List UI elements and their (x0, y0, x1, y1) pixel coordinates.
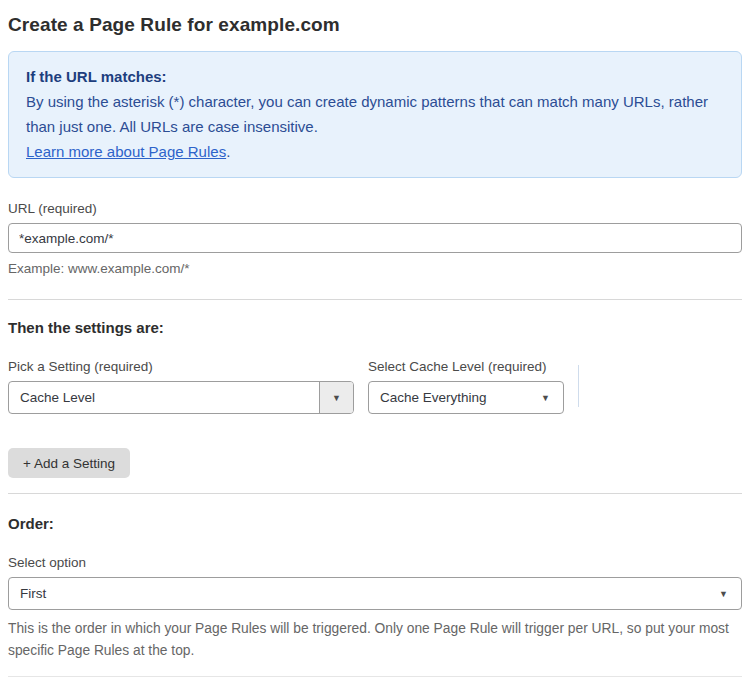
url-example-text: Example: www.example.com/* (8, 261, 742, 276)
cache-level-label: Select Cache Level (required) (368, 359, 564, 374)
info-box-link-line: Learn more about Page Rules. (26, 139, 724, 164)
section-divider (8, 299, 742, 300)
order-dropdown[interactable]: First ▼ (8, 577, 742, 610)
settings-column-divider (578, 365, 579, 407)
order-select-label: Select option (8, 555, 742, 570)
url-match-info-box: If the URL matches: By using the asteris… (8, 51, 742, 178)
info-box-body: By using the asterisk (*) character, you… (26, 89, 724, 139)
url-field-label: URL (required) (8, 201, 742, 216)
chevron-down-icon: ▼ (319, 382, 353, 413)
pick-setting-dropdown[interactable]: Cache Level ▼ (8, 381, 354, 414)
page-rules-learn-more-link[interactable]: Learn more about Page Rules (26, 143, 226, 160)
url-input[interactable] (8, 223, 742, 253)
add-setting-button[interactable]: + Add a Setting (8, 448, 130, 478)
cache-level-dropdown[interactable]: Cache Everything ▼ (368, 381, 564, 414)
order-heading: Order: (8, 515, 742, 532)
pick-setting-label: Pick a Setting (required) (8, 359, 354, 374)
footer-divider (8, 676, 742, 677)
link-period: . (226, 143, 230, 160)
cache-level-value: Cache Everything (369, 390, 541, 405)
chevron-down-icon: ▼ (541, 393, 563, 403)
order-value: First (9, 586, 719, 601)
pick-setting-value: Cache Level (9, 390, 319, 405)
settings-heading: Then the settings are: (8, 319, 742, 336)
chevron-down-icon: ▼ (719, 589, 741, 599)
page-title: Create a Page Rule for example.com (8, 14, 742, 36)
order-help-text: This is the order in which your Page Rul… (8, 618, 742, 662)
section-divider (8, 493, 742, 494)
info-box-heading: If the URL matches: (26, 64, 724, 89)
